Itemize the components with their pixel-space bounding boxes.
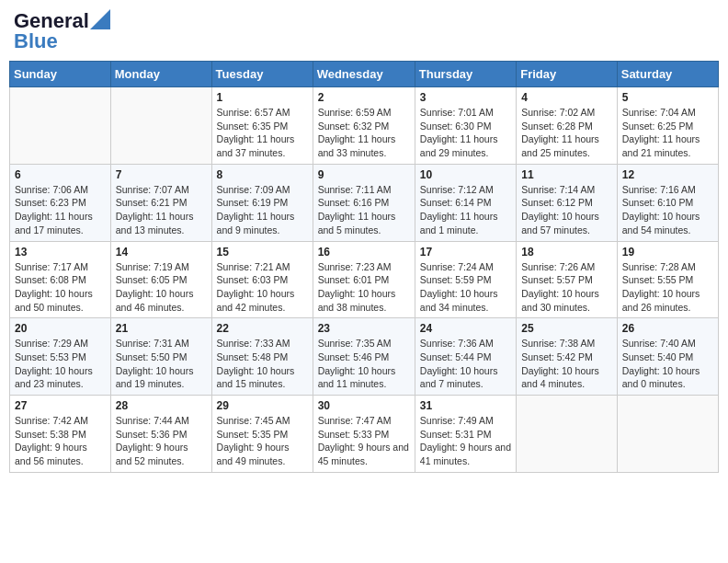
- day-info: Sunrise: 7:29 AM Sunset: 5:53 PM Dayligh…: [15, 337, 106, 391]
- day-info: Sunrise: 7:45 AM Sunset: 5:35 PM Dayligh…: [217, 414, 308, 468]
- day-number: 11: [521, 168, 612, 181]
- day-info: Sunrise: 7:11 AM Sunset: 6:16 PM Dayligh…: [318, 183, 410, 237]
- calendar-table: SundayMondayTuesdayWednesdayThursdayFrid…: [9, 61, 719, 473]
- day-info: Sunrise: 7:40 AM Sunset: 5:40 PM Dayligh…: [622, 337, 713, 391]
- calendar-cell: 11Sunrise: 7:14 AM Sunset: 6:12 PM Dayli…: [517, 164, 618, 241]
- day-number: 3: [420, 91, 511, 104]
- calendar-cell: 28Sunrise: 7:44 AM Sunset: 5:36 PM Dayli…: [110, 396, 211, 473]
- day-number: 28: [116, 399, 207, 412]
- calendar-cell: 23Sunrise: 7:35 AM Sunset: 5:46 PM Dayli…: [313, 318, 415, 396]
- day-number: 27: [15, 399, 106, 412]
- day-info: Sunrise: 7:23 AM Sunset: 6:01 PM Dayligh…: [318, 260, 410, 315]
- day-info: Sunrise: 7:19 AM Sunset: 6:05 PM Dayligh…: [116, 260, 207, 315]
- day-info: Sunrise: 7:31 AM Sunset: 5:50 PM Dayligh…: [116, 337, 207, 391]
- day-info: Sunrise: 7:21 AM Sunset: 6:03 PM Dayligh…: [217, 260, 308, 315]
- calendar-cell: 22Sunrise: 7:33 AM Sunset: 5:48 PM Dayli…: [211, 318, 313, 396]
- day-info: Sunrise: 7:12 AM Sunset: 6:14 PM Dayligh…: [420, 183, 511, 237]
- day-header-sunday: Sunday: [10, 62, 111, 87]
- calendar-cell: [517, 396, 618, 473]
- calendar-cell: 6Sunrise: 7:06 AM Sunset: 6:23 PM Daylig…: [10, 164, 111, 241]
- day-number: 1: [217, 91, 308, 104]
- day-number: 21: [116, 322, 207, 335]
- day-info: Sunrise: 7:26 AM Sunset: 5:57 PM Dayligh…: [521, 260, 612, 315]
- logo: General Blue: [14, 9, 110, 53]
- calendar-week-row: 13Sunrise: 7:17 AM Sunset: 6:08 PM Dayli…: [10, 241, 719, 318]
- day-number: 9: [318, 168, 410, 181]
- day-info: Sunrise: 7:06 AM Sunset: 6:23 PM Dayligh…: [15, 183, 106, 237]
- logo-triangle-icon: [90, 9, 110, 29]
- day-number: 2: [318, 91, 410, 104]
- day-number: 14: [116, 246, 207, 259]
- calendar-cell: 1Sunrise: 6:57 AM Sunset: 6:35 PM Daylig…: [211, 87, 313, 165]
- calendar-cell: 26Sunrise: 7:40 AM Sunset: 5:40 PM Dayli…: [617, 318, 718, 396]
- calendar-week-row: 6Sunrise: 7:06 AM Sunset: 6:23 PM Daylig…: [10, 164, 719, 241]
- day-number: 17: [420, 246, 511, 259]
- calendar-cell: 13Sunrise: 7:17 AM Sunset: 6:08 PM Dayli…: [10, 241, 111, 318]
- logo-blue-text: Blue: [14, 29, 58, 53]
- day-header-monday: Monday: [110, 62, 211, 87]
- day-info: Sunrise: 7:17 AM Sunset: 6:08 PM Dayligh…: [15, 260, 106, 315]
- calendar-week-row: 1Sunrise: 6:57 AM Sunset: 6:35 PM Daylig…: [10, 87, 719, 165]
- page-header: General Blue: [9, 9, 719, 53]
- day-number: 10: [420, 168, 511, 181]
- day-info: Sunrise: 7:14 AM Sunset: 6:12 PM Dayligh…: [521, 183, 612, 237]
- day-info: Sunrise: 7:44 AM Sunset: 5:36 PM Dayligh…: [116, 414, 207, 468]
- day-info: Sunrise: 7:09 AM Sunset: 6:19 PM Dayligh…: [217, 183, 308, 237]
- day-number: 5: [622, 91, 713, 104]
- day-header-thursday: Thursday: [415, 62, 516, 87]
- calendar-cell: 12Sunrise: 7:16 AM Sunset: 6:10 PM Dayli…: [617, 164, 718, 241]
- day-number: 7: [116, 168, 207, 181]
- calendar-cell: 31Sunrise: 7:49 AM Sunset: 5:31 PM Dayli…: [415, 396, 516, 473]
- day-info: Sunrise: 6:59 AM Sunset: 6:32 PM Dayligh…: [318, 106, 410, 160]
- day-info: Sunrise: 7:35 AM Sunset: 5:46 PM Dayligh…: [318, 337, 410, 391]
- day-info: Sunrise: 7:33 AM Sunset: 5:48 PM Dayligh…: [217, 337, 308, 391]
- calendar-cell: [617, 396, 718, 473]
- calendar-cell: 4Sunrise: 7:02 AM Sunset: 6:28 PM Daylig…: [517, 87, 618, 165]
- calendar-cell: 15Sunrise: 7:21 AM Sunset: 6:03 PM Dayli…: [211, 241, 313, 318]
- day-header-tuesday: Tuesday: [211, 62, 313, 87]
- calendar-cell: 17Sunrise: 7:24 AM Sunset: 5:59 PM Dayli…: [415, 241, 516, 318]
- calendar-cell: 30Sunrise: 7:47 AM Sunset: 5:33 PM Dayli…: [313, 396, 415, 473]
- day-number: 20: [15, 322, 106, 335]
- day-number: 24: [420, 322, 511, 335]
- calendar-cell: 14Sunrise: 7:19 AM Sunset: 6:05 PM Dayli…: [110, 241, 211, 318]
- calendar-cell: 8Sunrise: 7:09 AM Sunset: 6:19 PM Daylig…: [211, 164, 313, 241]
- day-info: Sunrise: 7:24 AM Sunset: 5:59 PM Dayligh…: [420, 260, 511, 315]
- calendar-cell: 9Sunrise: 7:11 AM Sunset: 6:16 PM Daylig…: [313, 164, 415, 241]
- calendar-cell: 10Sunrise: 7:12 AM Sunset: 6:14 PM Dayli…: [415, 164, 516, 241]
- day-number: 26: [622, 322, 713, 335]
- day-number: 25: [521, 322, 612, 335]
- calendar-week-row: 20Sunrise: 7:29 AM Sunset: 5:53 PM Dayli…: [10, 318, 719, 396]
- day-number: 18: [521, 246, 612, 259]
- calendar-header-row: SundayMondayTuesdayWednesdayThursdayFrid…: [10, 62, 719, 87]
- calendar-cell: [110, 87, 211, 165]
- day-header-wednesday: Wednesday: [313, 62, 415, 87]
- day-number: 4: [521, 91, 612, 104]
- day-number: 22: [217, 322, 308, 335]
- day-number: 30: [318, 399, 410, 412]
- day-number: 29: [217, 399, 308, 412]
- calendar-cell: 21Sunrise: 7:31 AM Sunset: 5:50 PM Dayli…: [110, 318, 211, 396]
- day-info: Sunrise: 7:42 AM Sunset: 5:38 PM Dayligh…: [15, 414, 106, 468]
- day-info: Sunrise: 7:36 AM Sunset: 5:44 PM Dayligh…: [420, 337, 511, 391]
- day-number: 15: [217, 246, 308, 259]
- day-number: 12: [622, 168, 713, 181]
- day-info: Sunrise: 7:07 AM Sunset: 6:21 PM Dayligh…: [116, 183, 207, 237]
- day-header-friday: Friday: [517, 62, 618, 87]
- calendar-cell: [10, 87, 111, 165]
- day-number: 6: [15, 168, 106, 181]
- day-info: Sunrise: 7:38 AM Sunset: 5:42 PM Dayligh…: [521, 337, 612, 391]
- day-info: Sunrise: 7:01 AM Sunset: 6:30 PM Dayligh…: [420, 106, 511, 160]
- day-info: Sunrise: 7:49 AM Sunset: 5:31 PM Dayligh…: [420, 414, 511, 468]
- day-info: Sunrise: 6:57 AM Sunset: 6:35 PM Dayligh…: [217, 106, 308, 160]
- calendar-cell: 18Sunrise: 7:26 AM Sunset: 5:57 PM Dayli…: [517, 241, 618, 318]
- day-number: 8: [217, 168, 308, 181]
- calendar-cell: 2Sunrise: 6:59 AM Sunset: 6:32 PM Daylig…: [313, 87, 415, 165]
- day-header-saturday: Saturday: [617, 62, 718, 87]
- calendar-cell: 7Sunrise: 7:07 AM Sunset: 6:21 PM Daylig…: [110, 164, 211, 241]
- day-info: Sunrise: 7:47 AM Sunset: 5:33 PM Dayligh…: [318, 414, 410, 468]
- day-number: 16: [318, 246, 410, 259]
- calendar-cell: 16Sunrise: 7:23 AM Sunset: 6:01 PM Dayli…: [313, 241, 415, 318]
- calendar-cell: 27Sunrise: 7:42 AM Sunset: 5:38 PM Dayli…: [10, 396, 111, 473]
- svg-marker-0: [90, 9, 110, 29]
